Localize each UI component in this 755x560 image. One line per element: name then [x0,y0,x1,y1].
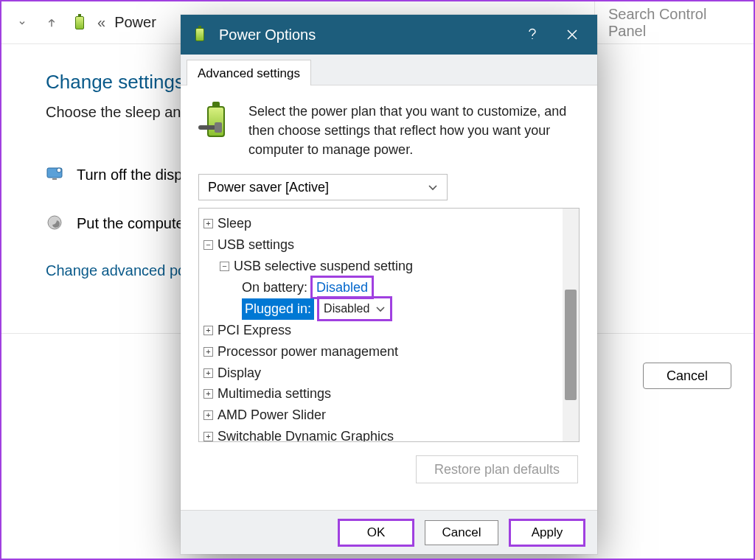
battery-icon [191,26,209,43]
tab-advanced-settings[interactable]: Advanced settings [187,60,311,85]
tree-node-amd-slider[interactable]: +AMD Power Slider [203,405,576,426]
tree-node-pci[interactable]: +PCI Express [203,320,576,341]
tree-node-switchable-graphics[interactable]: +Switchable Dynamic Graphics [203,426,576,442]
dialog-content: Select the power plan that you want to c… [181,85,597,483]
plugged-in-label: Plugged in: [242,298,314,320]
power-options-dialog: Power Options Advanced settings Select t… [181,15,597,554]
close-button[interactable] [557,15,587,55]
tree-node-multimedia[interactable]: +Multimedia settings [203,383,576,405]
nav-back-button[interactable] [12,13,32,33]
search-input[interactable]: Search Control Panel [594,1,754,44]
plugged-in-value: Disabled [324,299,369,318]
battery-icon [71,14,88,32]
on-battery-value[interactable]: Disabled [312,277,372,298]
power-plan-value: Power saver [Active] [208,180,329,195]
chevron-down-icon [375,304,386,314]
cp-cancel-button[interactable]: Cancel [643,363,731,389]
power-plan-select[interactable]: Power saver [Active] [198,174,448,200]
ok-button[interactable]: OK [339,520,413,545]
nav-up-button[interactable] [41,13,62,33]
battery-plug-icon [198,102,234,143]
cancel-button[interactable]: Cancel [425,520,498,545]
sleep-icon [46,214,65,233]
dialog-titlebar: Power Options [181,15,597,55]
tree-node-display[interactable]: +Display [203,363,576,384]
restore-defaults-button[interactable]: Restore plan defaults [416,455,578,483]
tree-node-on-battery[interactable]: On battery: Disabled [203,277,576,298]
breadcrumb[interactable]: Power [114,14,156,31]
tree-node-sleep[interactable]: +Sleep [203,213,576,234]
row-label: Put the computer [77,215,189,232]
dialog-intro-text: Select the power plan that you want to c… [248,102,580,159]
plugged-in-dropdown[interactable]: Disabled [319,298,391,320]
svg-rect-1 [52,178,57,180]
apply-button[interactable]: Apply [510,520,584,545]
chevron-down-icon [428,182,438,192]
help-button[interactable] [518,15,547,55]
monitor-icon [46,165,65,184]
dialog-title: Power Options [219,27,507,43]
dialog-footer: OK Cancel Apply [181,510,597,554]
scrollbar-thumb[interactable] [565,290,577,400]
breadcrumb-separator: « [97,14,105,31]
tree-node-usb-sss[interactable]: −USB selective suspend setting [203,256,576,277]
settings-tree: +Sleep −USB settings −USB selective susp… [198,208,580,442]
row-label: Turn off the displa [77,167,194,183]
tree-node-usb[interactable]: −USB settings [203,234,576,256]
dialog-tabbar: Advanced settings [181,55,597,85]
svg-point-2 [57,168,61,172]
tree-scrollbar[interactable] [563,209,579,441]
tree-node-processor[interactable]: +Processor power management [203,341,576,363]
tree-node-plugged-in[interactable]: Plugged in: Disabled [203,298,576,320]
